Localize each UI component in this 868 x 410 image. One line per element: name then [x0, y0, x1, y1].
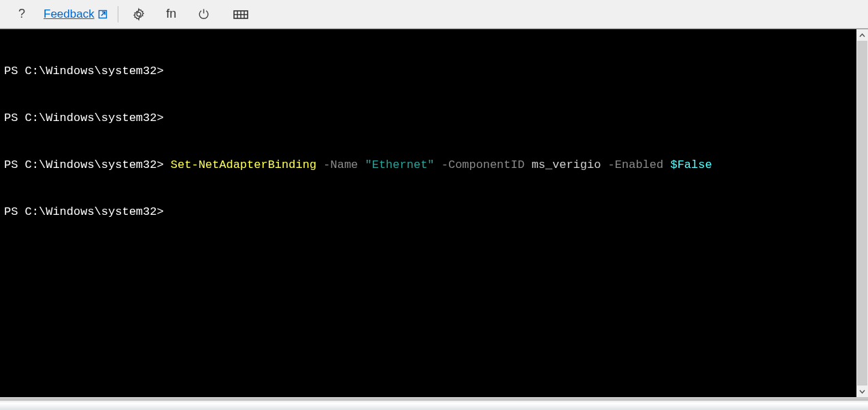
power-icon: [197, 7, 210, 20]
help-button[interactable]: ?: [7, 3, 37, 25]
keyboard-button[interactable]: [226, 3, 256, 25]
status-bar: [0, 400, 868, 410]
terminal-line: PS C:\Windows\system32> Set-NetAdapterBi…: [4, 157, 852, 173]
prompt: PS C:\Windows\system32>: [4, 205, 164, 218]
chevron-down-icon: [859, 390, 865, 394]
feedback-label: Feedback: [44, 7, 95, 21]
scrollbar[interactable]: [856, 29, 868, 397]
param-name: -Name: [323, 158, 358, 171]
cmdlet: Set-NetAdapterBinding: [171, 158, 316, 171]
param-enabled: -Enabled: [608, 158, 664, 171]
toolbar: ? Feedback fn: [0, 0, 868, 29]
terminal-line: PS C:\Windows\system32>: [4, 63, 852, 79]
power-button[interactable]: [189, 3, 219, 25]
settings-button[interactable]: [124, 3, 154, 25]
terminal-line: PS C:\Windows\system32>: [4, 110, 852, 126]
arg-name: "Ethernet": [365, 158, 435, 171]
terminal-line: PS C:\Windows\system32>: [4, 204, 852, 220]
fn-label: fn: [166, 7, 176, 21]
svg-line-1: [101, 12, 105, 16]
chevron-up-icon: [859, 33, 865, 37]
scrollbar-track[interactable]: [856, 41, 868, 386]
scroll-up-button[interactable]: [856, 29, 868, 41]
external-link-icon: [97, 9, 108, 20]
gear-icon: [132, 7, 146, 21]
help-icon: ?: [18, 7, 25, 21]
keyboard-icon: [233, 9, 248, 20]
terminal[interactable]: PS C:\Windows\system32> PS C:\Windows\sy…: [0, 29, 856, 397]
scrollbar-thumb[interactable]: [857, 41, 867, 386]
terminal-container: PS C:\Windows\system32> PS C:\Windows\sy…: [0, 29, 868, 400]
prompt: PS C:\Windows\system32>: [4, 65, 164, 78]
fn-button[interactable]: fn: [156, 3, 186, 25]
prompt: PS C:\Windows\system32>: [4, 158, 164, 171]
arg-componentid: ms_verigio: [531, 158, 601, 171]
feedback-link[interactable]: Feedback: [39, 3, 112, 25]
param-componentid: -ComponentID: [441, 158, 524, 171]
scroll-down-button[interactable]: [856, 386, 868, 397]
prompt: PS C:\Windows\system32>: [4, 112, 164, 124]
arg-enabled: $False: [670, 158, 712, 171]
toolbar-separator: [118, 6, 118, 22]
